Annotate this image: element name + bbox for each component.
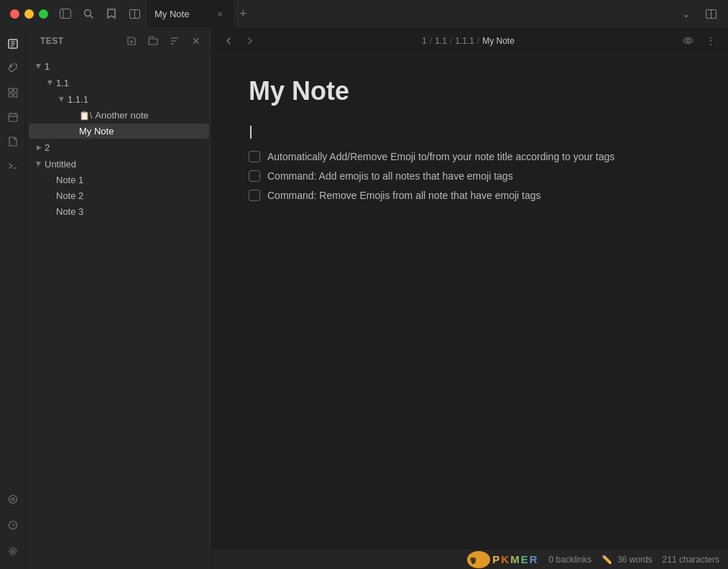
rail-bottom: ?: [2, 489, 24, 569]
tree-item-1-1[interactable]: ▶ 1.1: [29, 75, 209, 91]
tree-item-note-3[interactable]: Note 3: [29, 204, 209, 219]
new-folder-icon[interactable]: [143, 31, 163, 51]
checklist-item-2: Command: Add emojis to all notes that ha…: [249, 169, 692, 184]
sidebar-section-label: Test: [32, 33, 73, 49]
tab-close-button[interactable]: ×: [214, 7, 226, 21]
active-tab[interactable]: My Note ×: [147, 0, 234, 27]
editor-body[interactable]: My Note Automatically Add/Remove Emoji t…: [213, 55, 728, 549]
tree-label-2: 2: [45, 142, 209, 153]
tab-label: My Note: [155, 9, 210, 19]
svg-point-26: [11, 550, 14, 552]
tree-label-another-note: Another note: [95, 110, 209, 121]
new-note-icon[interactable]: [121, 31, 142, 51]
title-bar-icons: [48, 4, 144, 24]
svg-point-22: [9, 496, 17, 504]
svg-rect-17: [9, 114, 17, 121]
backlinks-text: 0 backlinks: [549, 555, 591, 565]
maximize-button[interactable]: [39, 9, 48, 19]
tree-arrow-1: ▶: [33, 60, 45, 72]
breadcrumb-1[interactable]: 1: [422, 36, 427, 46]
rail-terminal-icon[interactable]: [2, 155, 24, 177]
tree-label-1-1: 1.1: [56, 78, 209, 88]
words-text: 36 words: [617, 555, 653, 565]
rail-document-icon[interactable]: [2, 131, 24, 152]
svg-rect-16: [14, 93, 17, 97]
tree-item-untitled[interactable]: ▶ Untitled: [29, 156, 209, 172]
pkmer-logo: 𝕻 PKMER: [466, 550, 538, 570]
another-note-icon: 📋\: [79, 111, 92, 121]
edit-icon: ✏️: [602, 555, 612, 565]
svg-point-32: [686, 40, 689, 42]
cursor-indicator: [250, 126, 252, 139]
characters-status: 211 characters: [663, 555, 719, 565]
tree-arrow-1-1: ▶: [45, 77, 56, 88]
main-content: ? Test: [0, 27, 728, 569]
svg-text:?: ?: [11, 522, 15, 529]
svg-rect-0: [60, 9, 71, 19]
tree-label-1-1-1: 1.1.1: [68, 94, 209, 105]
svg-point-23: [11, 498, 14, 501]
sidebar-tree: ▶ 1 ▶ 1.1 ▶ 1.1.1 📋\ Another note: [26, 55, 212, 569]
rail-help-icon[interactable]: ?: [2, 514, 24, 536]
title-bar-right: ⌄: [676, 4, 728, 24]
checkbox-2[interactable]: [249, 170, 260, 182]
cursor-line: [249, 124, 692, 138]
rail-files-icon[interactable]: [2, 33, 24, 55]
tree-item-note-1[interactable]: Note 1: [29, 172, 209, 188]
nav-forward-button[interactable]: [241, 32, 259, 50]
sort-icon[interactable]: [165, 31, 185, 51]
reading-view-icon[interactable]: [678, 31, 698, 51]
breadcrumb-sep-3: /: [477, 36, 479, 46]
checkbox-1[interactable]: [249, 151, 260, 162]
status-bar: 𝕻 PKMER 0 backlinks ✏️ 36 words 211 char…: [213, 549, 728, 569]
tree-label-note-3: Note 3: [56, 206, 209, 217]
note-title: My Note: [249, 76, 692, 106]
tree-label-note-2: Note 2: [56, 190, 209, 201]
rail-plugin-icon[interactable]: [2, 489, 24, 510]
editor-right-icons: ⋮: [678, 31, 721, 51]
editor-area: 1 / 1.1 / 1.1.1 / My Note ⋮ My Note: [213, 27, 728, 569]
rail-calendar-icon[interactable]: [2, 106, 24, 128]
rail-settings-icon[interactable]: [2, 540, 24, 562]
tree-arrow-2: ▶: [33, 142, 45, 153]
rail-tag-icon[interactable]: [2, 57, 24, 79]
checklist-item-3: Command: Remove Emojis from all note tha…: [249, 188, 692, 203]
tabs-area: My Note × +: [147, 0, 676, 27]
tree-arrow-untitled: ▶: [33, 158, 45, 170]
icon-rail: ?: [0, 27, 26, 569]
checkbox-3[interactable]: [249, 190, 260, 201]
more-options-icon[interactable]: ⋮: [701, 31, 721, 51]
breadcrumb-sep-2: /: [450, 36, 452, 46]
title-bar: My Note × + ⌄: [0, 0, 728, 27]
breadcrumb-my-note[interactable]: My Note: [482, 36, 515, 46]
tree-item-1-1-1[interactable]: ▶ 1.1.1: [29, 91, 209, 107]
words-status: ✏️ 36 words: [602, 555, 653, 565]
chevron-down-icon[interactable]: ⌄: [676, 4, 696, 24]
layout-icon[interactable]: [124, 4, 144, 24]
breadcrumb-sep-1: /: [430, 36, 432, 46]
sidebar-close-icon[interactable]: ✕: [186, 31, 206, 51]
tree-item-another-note[interactable]: 📋\ Another note: [29, 108, 209, 123]
breadcrumb-1-1-1[interactable]: 1.1.1: [455, 36, 474, 46]
close-button[interactable]: [10, 9, 19, 19]
nav-back-button[interactable]: [220, 32, 237, 50]
tree-item-2[interactable]: ▶ 2: [29, 139, 209, 155]
new-tab-button[interactable]: +: [234, 0, 253, 27]
tree-label-my-note: My Note: [79, 126, 209, 137]
minimize-button[interactable]: [24, 9, 34, 19]
pkmer-text: PKMER: [492, 553, 538, 565]
tree-item-my-note[interactable]: My Note: [29, 124, 209, 139]
tree-label-untitled: Untitled: [45, 159, 209, 170]
sidebar-toggle-icon[interactable]: [55, 4, 75, 24]
bookmark-icon[interactable]: [101, 4, 121, 24]
search-icon[interactable]: [78, 4, 98, 24]
split-view-icon[interactable]: [701, 4, 721, 24]
breadcrumb-1-1[interactable]: 1.1: [435, 36, 447, 46]
backlinks-status: 0 backlinks: [549, 555, 591, 565]
rail-grid-icon[interactable]: [2, 82, 24, 103]
tree-item-1[interactable]: ▶ 1: [29, 58, 209, 74]
tree-item-note-2[interactable]: Note 2: [29, 188, 209, 203]
checklist-text-2: Command: Add emojis to all notes that ha…: [267, 169, 513, 184]
tree-arrow-1-1-1: ▶: [56, 93, 68, 105]
svg-text:𝕻: 𝕻: [470, 556, 476, 565]
